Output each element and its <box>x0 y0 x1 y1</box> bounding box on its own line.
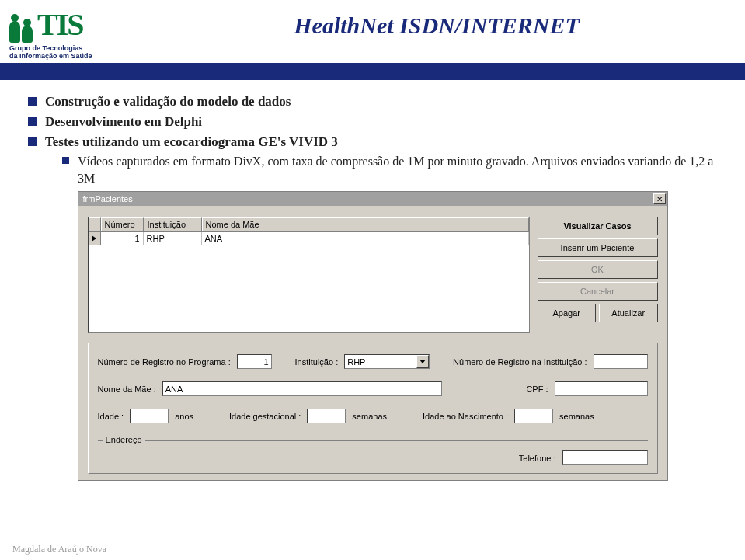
atualizar-button[interactable]: Atualizar <box>599 304 658 322</box>
bullet-3: Testes utilizando um ecocardiograma GE's… <box>28 134 717 186</box>
header-separator <box>0 63 745 80</box>
cell-numero: 1 <box>101 232 144 245</box>
nascimento-input[interactable] <box>514 409 553 423</box>
label-reg-instituicao: Número de Registro na Instituição : <box>453 357 587 367</box>
reg-instituicao-input[interactable] <box>594 354 648 369</box>
cell-nome-mae: ANA <box>202 232 529 245</box>
cpf-input[interactable] <box>555 381 648 396</box>
form-panel: Número de Registro no Programa : Institu… <box>88 343 658 474</box>
bullet-1: Construção e validação do modelo de dado… <box>28 94 717 110</box>
reg-programa-input[interactable] <box>237 354 272 369</box>
unit-semanas-1: semanas <box>352 412 387 421</box>
nome-mae-input[interactable] <box>162 381 442 396</box>
label-nome-mae: Nome da Mãe : <box>98 384 156 394</box>
close-icon[interactable]: ✕ <box>653 193 666 204</box>
col-instituicao[interactable]: Instituição <box>144 217 202 231</box>
logo-person-icon <box>22 26 33 43</box>
row-marker-icon <box>89 232 101 245</box>
instituicao-combo[interactable] <box>344 354 430 369</box>
patients-grid[interactable]: Número Instituição Nome da Mãe 1 RHP ANA <box>88 217 530 333</box>
slide-content: Construção e validação do modelo de dado… <box>0 80 745 481</box>
col-nome-mae[interactable]: Nome da Mãe <box>202 217 529 231</box>
logo-subtitle-1: Grupo de Tecnologias <box>9 44 138 52</box>
logo-text: TIS <box>37 6 83 43</box>
chevron-down-icon[interactable] <box>416 355 429 368</box>
logo-person-icon <box>9 21 20 43</box>
label-gestacional: Idade gestacional : <box>229 412 301 421</box>
bullet-2: Desenvolvimento em Delphi <box>28 114 717 130</box>
cell-instituicao: RHP <box>144 232 202 245</box>
unit-anos: anos <box>175 412 193 421</box>
grid-corner <box>89 217 101 231</box>
bullet-3a: Vídeos capturados em formato DivX, com t… <box>45 153 717 186</box>
inserir-paciente-button[interactable]: Inserir um Paciente <box>538 238 658 257</box>
label-reg-programa: Número de Registro no Programa : <box>98 357 231 367</box>
window-titlebar[interactable]: frmPacientes ✕ <box>78 192 667 206</box>
ok-button[interactable]: OK <box>538 260 658 279</box>
logo-subtitle-2: da Informação em Saúde <box>9 52 138 60</box>
cancelar-button[interactable]: Cancelar <box>538 282 658 301</box>
table-row[interactable]: 1 RHP ANA <box>89 232 529 245</box>
label-idade: Idade : <box>98 412 124 421</box>
gestacional-input[interactable] <box>307 409 346 423</box>
logo: TIS Grupo de Tecnologias da Informação e… <box>9 6 138 60</box>
label-telefone: Telefone : <box>519 454 556 463</box>
endereco-fieldset: Endereço <box>98 440 648 441</box>
label-cpf: CPF : <box>526 384 548 394</box>
window-title: frmPacientes <box>83 194 653 203</box>
slide-header: TIS Grupo de Tecnologias da Informação e… <box>0 0 745 60</box>
apagar-button[interactable]: Apagar <box>538 304 597 322</box>
col-numero[interactable]: Número <box>101 217 144 231</box>
app-window: frmPacientes ✕ Número Instituição Nome d… <box>78 191 668 481</box>
footer-author: Magdala de Araújo Nova <box>12 544 106 555</box>
idade-input[interactable] <box>130 409 169 423</box>
label-nascimento: Idade ao Nascimento : <box>423 412 508 421</box>
legend-endereco: Endereço <box>103 435 145 444</box>
bullet-3-text: Testes utilizando um ecocardiograma GE's… <box>45 134 338 149</box>
visualizar-casos-button[interactable]: Visualizar Casos <box>538 217 658 235</box>
unit-semanas-2: semanas <box>559 412 594 421</box>
button-column: Visualizar Casos Inserir um Paciente OK … <box>538 217 658 333</box>
page-title: HealthNet ISDN/INTERNET <box>138 6 736 39</box>
label-instituicao: Instituição : <box>295 357 339 367</box>
telefone-input[interactable] <box>562 450 648 465</box>
